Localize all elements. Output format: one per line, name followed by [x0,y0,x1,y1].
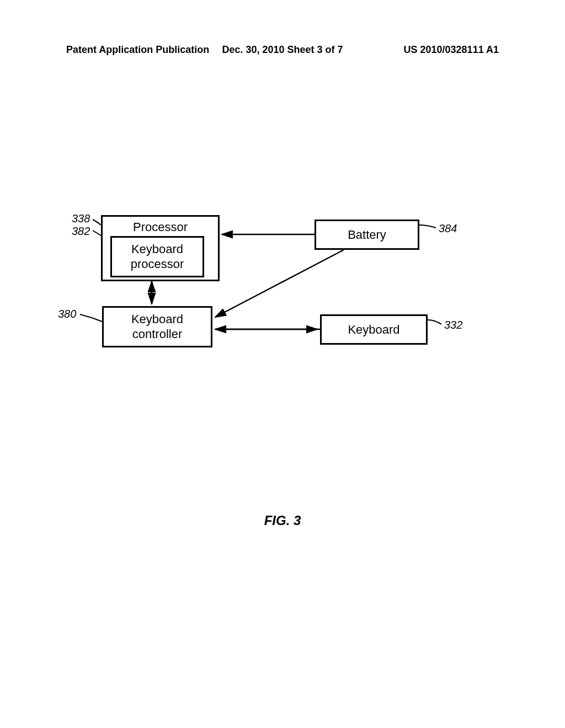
page-header: Patent Application Publication Dec. 30, … [0,44,565,56]
ref-338: 338 [72,212,90,225]
svg-line-1 [215,250,344,317]
header-right: US 2010/0328111 A1 [404,44,499,56]
header-left: Patent Application Publication [66,44,209,56]
keyboard-processor-label: Keyboard processor [131,242,184,271]
battery-block: Battery [315,220,419,250]
keyboard-label: Keyboard [348,323,399,337]
figure-caption: FIG. 3 [264,513,301,528]
keyboard-controller-label: Keyboard controller [131,312,183,341]
ref-380: 380 [58,308,76,320]
header-center: Dec. 30, 2010 Sheet 3 of 7 [222,44,343,56]
keyboard-controller-block: Keyboard controller [102,306,212,347]
ref-332: 332 [444,319,462,331]
block-diagram: Processor Keyboard processor Keyboard co… [0,210,565,375]
ref-382: 382 [72,225,90,238]
keyboard-block: Keyboard [320,314,428,345]
keyboard-processor-block: Keyboard processor [110,236,204,277]
processor-label: Processor [133,220,188,234]
battery-label: Battery [348,228,386,242]
ref-384: 384 [439,222,457,235]
